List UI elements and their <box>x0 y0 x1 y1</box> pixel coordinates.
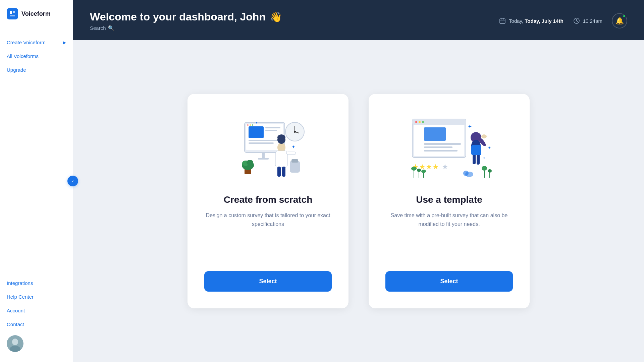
svg-point-67 <box>411 167 417 171</box>
svg-line-12 <box>577 21 578 22</box>
wave-emoji: 👋 <box>270 11 282 23</box>
svg-text:✦: ✦ <box>291 144 296 149</box>
select-template-button[interactable]: Select <box>385 271 513 292</box>
svg-rect-1 <box>13 11 15 13</box>
notification-dot <box>623 14 626 18</box>
svg-point-22 <box>252 124 253 126</box>
svg-rect-33 <box>277 167 281 177</box>
svg-point-47 <box>415 121 417 123</box>
svg-rect-53 <box>424 150 458 152</box>
svg-rect-52 <box>424 146 452 148</box>
svg-point-71 <box>421 170 426 173</box>
svg-text:★★★★: ★★★★ <box>412 163 439 171</box>
page-title: Welcome to your dashboard, John 👋 <box>90 11 282 23</box>
sidebar-item-account[interactable]: Account <box>0 304 73 317</box>
svg-point-73 <box>482 166 487 171</box>
svg-point-21 <box>250 124 251 126</box>
svg-text:✦: ✦ <box>488 145 491 150</box>
notification-button[interactable]: 🔔 <box>612 13 627 28</box>
template-illustration: ★★★★ ★ ✦ ✦ ✦ <box>406 114 493 181</box>
svg-point-49 <box>422 121 424 123</box>
sidebar-item-all-voiceforms[interactable]: All Voiceforms <box>0 50 73 62</box>
sidebar-item-upgrade[interactable]: Upgrade <box>0 64 73 76</box>
svg-rect-50 <box>424 127 446 141</box>
app-logo[interactable]: Voiceform <box>0 0 73 26</box>
svg-point-20 <box>247 124 249 126</box>
sidebar-item-label: Contact <box>7 321 24 327</box>
header-left: Welcome to your dashboard, John 👋 Search… <box>90 11 282 31</box>
search-label: Search <box>90 25 106 31</box>
svg-rect-23 <box>262 153 265 159</box>
svg-point-4 <box>12 339 18 345</box>
sidebar-nav: Create Voiceform ▶ All Voiceforms Upgrad… <box>0 26 73 270</box>
use-template-card: ★★★★ ★ ✦ ✦ ✦ <box>369 94 530 308</box>
main-content: Welcome to your dashboard, John 👋 Search… <box>73 0 644 362</box>
svg-rect-35 <box>286 152 296 155</box>
sidebar-item-label: Help Center <box>7 294 34 300</box>
sidebar-item-integrations[interactable]: Integrations <box>0 277 73 289</box>
content-area: ✦ ✦ Create from scratch Design a custom … <box>73 40 644 362</box>
sidebar-item-contact[interactable]: Contact <box>0 318 73 330</box>
svg-point-69 <box>417 169 421 172</box>
svg-point-48 <box>419 121 421 123</box>
sidebar-item-label: Upgrade <box>7 67 26 73</box>
svg-text:✦: ✦ <box>468 124 472 129</box>
scratch-card-title: Create from scratch <box>224 194 313 205</box>
chevron-right-icon: ▶ <box>63 40 66 45</box>
svg-rect-62 <box>471 145 481 155</box>
logo-icon <box>7 8 18 19</box>
svg-text:✦: ✦ <box>255 121 258 125</box>
calendar-icon <box>499 17 506 24</box>
svg-rect-15 <box>249 126 264 138</box>
sidebar-item-create-voiceform[interactable]: Create Voiceform ▶ <box>0 36 73 49</box>
svg-rect-32 <box>275 151 287 168</box>
template-card-title: Use a template <box>416 194 482 205</box>
svg-rect-6 <box>500 19 505 23</box>
sidebar-collapse-button[interactable]: ‹ <box>67 176 78 186</box>
header: Welcome to your dashboard, John 👋 Search… <box>73 0 644 40</box>
svg-point-61 <box>481 134 487 138</box>
sidebar-item-help-center[interactable]: Help Center <box>0 291 73 303</box>
clock-icon <box>573 17 580 24</box>
svg-rect-2 <box>10 15 15 16</box>
time-label: 10:24am <box>583 18 602 24</box>
svg-point-75 <box>488 169 492 173</box>
bell-icon: 🔔 <box>615 17 624 25</box>
date-display: Today, Today, July 14th <box>499 17 564 24</box>
svg-point-28 <box>294 131 296 133</box>
scratch-card-description: Design a custom survey that is tailored … <box>204 211 332 254</box>
avatar[interactable] <box>7 335 23 352</box>
svg-rect-16 <box>265 127 280 128</box>
svg-text:✦: ✦ <box>483 156 485 160</box>
sidebar: Voiceform Create Voiceform ▶ All Voicefo… <box>0 0 73 362</box>
search-bar[interactable]: Search 🔍 <box>90 25 282 31</box>
svg-rect-37 <box>291 159 298 163</box>
svg-rect-24 <box>258 158 269 160</box>
time-display: 10:24am <box>573 17 602 24</box>
svg-rect-19 <box>249 142 274 144</box>
svg-rect-17 <box>265 130 277 131</box>
sidebar-item-label: Integrations <box>7 280 33 286</box>
sidebar-bottom-nav: Integrations Help Center Account Contact <box>0 270 73 362</box>
sidebar-item-label: All Voiceforms <box>7 53 39 59</box>
svg-rect-36 <box>290 161 300 173</box>
template-card-description: Save time with a pre-built survey that c… <box>385 211 513 254</box>
svg-point-31 <box>277 134 285 140</box>
logo-label: Voiceform <box>21 10 51 17</box>
chevron-left-icon: ‹ <box>72 178 74 184</box>
svg-rect-18 <box>249 140 280 141</box>
svg-point-77 <box>465 172 473 177</box>
scratch-illustration: ✦ ✦ <box>224 114 312 181</box>
svg-rect-0 <box>10 11 12 14</box>
svg-rect-51 <box>424 143 461 145</box>
svg-text:★: ★ <box>442 163 448 171</box>
select-scratch-button[interactable]: Select <box>204 271 332 292</box>
date-label: Today, Today, July 14th <box>509 18 564 24</box>
svg-rect-34 <box>282 167 285 177</box>
sidebar-item-label: Create Voiceform <box>7 40 46 45</box>
title-text: Welcome to your dashboard, John <box>90 11 266 23</box>
sidebar-item-label: Account <box>7 308 25 313</box>
svg-point-41 <box>247 160 253 165</box>
create-from-scratch-card: ✦ ✦ Create from scratch Design a custom … <box>187 94 348 308</box>
search-icon: 🔍 <box>108 25 114 31</box>
